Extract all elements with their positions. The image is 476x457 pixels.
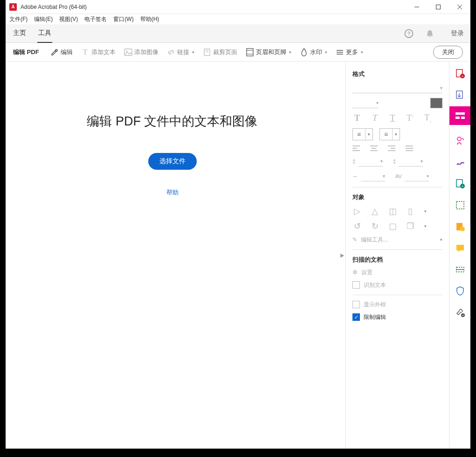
- rail-create-pdf-icon[interactable]: +: [455, 68, 466, 79]
- flip-horizontal-icon[interactable]: ▷: [352, 206, 362, 216]
- replace-image-icon[interactable]: ▢: [388, 221, 397, 231]
- divider: [352, 187, 442, 187]
- rail-more-tools-icon[interactable]: +: [455, 307, 466, 318]
- svg-rect-10: [247, 48, 253, 56]
- collapse-panel-handle[interactable]: ▶: [339, 62, 345, 449]
- tool-add-image[interactable]: 添加图像: [124, 48, 159, 56]
- rail-edit-pdf-icon[interactable]: [449, 106, 471, 125]
- bullet-list-button[interactable]: ≡▾: [352, 128, 373, 140]
- document-canvas: 编辑 PDF 文件中的文本和图像 选择文件 帮助: [6, 62, 339, 449]
- scan-settings[interactable]: ⚙ 设置: [352, 269, 442, 277]
- arrange-icon[interactable]: ❐: [406, 221, 415, 231]
- tool-more[interactable]: 更多 ▾: [336, 48, 363, 56]
- format-panel: 格式 ▾ ▾ T T T T↑ T↓ ≡▾ ≡▾: [345, 62, 449, 449]
- tool-watermark[interactable]: 水印 ▾: [300, 48, 327, 56]
- crop-object-icon[interactable]: ◫: [388, 206, 397, 216]
- maximize-button[interactable]: [428, 0, 449, 14]
- number-list-button[interactable]: ≡▾: [379, 128, 400, 140]
- chevron-down-icon: ▾: [192, 50, 194, 55]
- rail-redact-icon[interactable]: [455, 200, 466, 211]
- recognize-text-checkbox[interactable]: [352, 281, 360, 289]
- paragraph-spacing-select[interactable]: ▾: [399, 156, 423, 166]
- menu-view[interactable]: 视图(V): [59, 15, 78, 23]
- align-left-icon[interactable]: [352, 145, 362, 152]
- svg-rect-32: [455, 112, 465, 115]
- superscript-icon[interactable]: T↑: [406, 113, 415, 123]
- align-justify-icon[interactable]: [406, 145, 415, 152]
- canvas-heading: 编辑 PDF 文件中的文本和图像: [87, 113, 257, 130]
- maximize-icon: [436, 5, 441, 9]
- show-outline-checkbox[interactable]: [352, 301, 360, 308]
- tool-edit-label: 编辑: [61, 48, 73, 56]
- object-section-title: 对象: [352, 193, 442, 201]
- align-center-icon[interactable]: [370, 145, 379, 152]
- edit-tools-label: 编辑工具...: [361, 236, 388, 244]
- tool-crop-label: 裁剪页面: [213, 48, 237, 56]
- horizontal-scale-select[interactable]: ▾: [361, 171, 385, 181]
- tool-link[interactable]: 链接 ▾: [167, 48, 194, 56]
- tool-crop[interactable]: 裁剪页面: [203, 48, 237, 56]
- tool-add-text[interactable]: T 添加文本: [81, 48, 116, 56]
- font-size-select[interactable]: ▾: [352, 98, 379, 108]
- rotate-left-icon[interactable]: ↺: [352, 221, 362, 231]
- rail-export-pdf-icon[interactable]: [455, 90, 466, 101]
- rail-note-icon[interactable]: [455, 242, 466, 254]
- restrict-edit-checkbox[interactable]: ✓: [352, 313, 360, 321]
- rotate-right-icon[interactable]: ↻: [370, 221, 379, 231]
- close-button[interactable]: [449, 0, 470, 14]
- close-icon: [457, 5, 462, 9]
- rail-fill-sign-icon[interactable]: [455, 157, 466, 168]
- image-icon: [124, 48, 132, 56]
- select-file-button[interactable]: 选择文件: [148, 153, 197, 170]
- svg-text:+: +: [461, 184, 463, 188]
- restrict-edit-label: 限制编辑: [364, 313, 386, 321]
- menu-edit[interactable]: 编辑(E): [34, 15, 53, 23]
- font-family-select[interactable]: ▾: [352, 83, 442, 93]
- menu-file[interactable]: 文件(F): [9, 15, 28, 23]
- flip-vertical-icon[interactable]: △: [370, 206, 379, 216]
- align-right-icon[interactable]: [388, 145, 397, 152]
- bell-icon[interactable]: [426, 29, 437, 38]
- tool-add-text-label: 添加文本: [91, 48, 116, 56]
- close-panel-button[interactable]: 关闭: [433, 46, 463, 59]
- bold-icon[interactable]: T: [352, 113, 362, 123]
- right-tool-rail: + + +: [449, 62, 470, 449]
- chevron-down-icon: ▾: [325, 50, 327, 55]
- line-spacing-select[interactable]: ▾: [359, 156, 383, 166]
- minimize-button[interactable]: [406, 0, 428, 14]
- rail-comment-icon[interactable]: [455, 221, 466, 232]
- rail-organize-icon[interactable]: +: [455, 178, 466, 189]
- more-icon: [336, 48, 344, 56]
- char-spacing-select[interactable]: ▾: [405, 171, 429, 181]
- edit-tools-dropdown[interactable]: ✎ 编辑工具... ▾: [352, 236, 442, 244]
- underline-icon[interactable]: T: [388, 113, 397, 123]
- login-link[interactable]: 登录: [451, 29, 464, 38]
- watermark-icon: [300, 48, 308, 56]
- menu-window[interactable]: 窗口(W): [113, 15, 133, 23]
- window-title: Adobe Acrobat Pro (64-bit): [21, 4, 406, 10]
- divider: [352, 295, 442, 295]
- tool-edit[interactable]: 编辑: [50, 48, 73, 56]
- edit-toolbar: 编辑 PDF 编辑 T 添加文本 添加图像 链接 ▾ 裁剪页面 页眉和页脚 ▾: [6, 43, 470, 62]
- help-icon[interactable]: ?: [404, 29, 415, 38]
- tab-tools[interactable]: 工具: [37, 24, 52, 43]
- menu-help[interactable]: 帮助(H): [140, 15, 159, 23]
- align-objects-icon[interactable]: ▯: [406, 206, 415, 216]
- svg-rect-1: [436, 5, 441, 9]
- rail-sign-icon[interactable]: [455, 135, 466, 146]
- tool-more-label: 更多: [346, 48, 358, 56]
- subscript-icon[interactable]: T↓: [423, 113, 433, 124]
- color-swatch[interactable]: [430, 98, 442, 108]
- divider: [352, 249, 442, 250]
- svg-point-35: [457, 137, 461, 141]
- svg-rect-9: [204, 49, 210, 55]
- tool-header-footer[interactable]: 页眉和页脚 ▾: [246, 48, 291, 56]
- crop-icon: [203, 48, 211, 56]
- tool-add-image-label: 添加图像: [134, 48, 159, 56]
- rail-protect-icon[interactable]: [455, 285, 466, 297]
- canvas-help-link[interactable]: 帮助: [166, 188, 179, 197]
- italic-icon[interactable]: T: [370, 113, 379, 123]
- rail-scan-icon[interactable]: [455, 264, 466, 275]
- menu-esign[interactable]: 电子签名: [84, 15, 107, 23]
- tab-home[interactable]: 主页: [12, 24, 27, 43]
